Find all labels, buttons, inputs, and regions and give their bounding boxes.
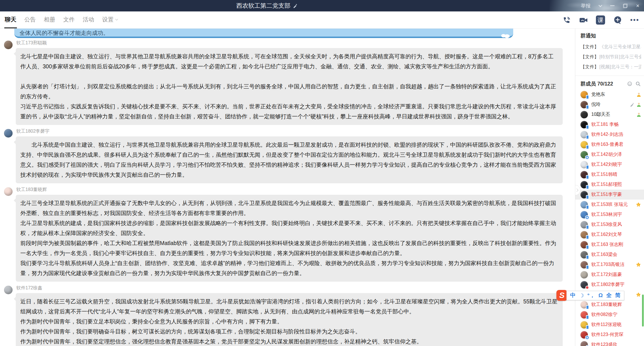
member-row[interactable]: 软工163 张志刚: [575, 240, 644, 250]
member-row[interactable]: 软工172刘嘉豪: [575, 270, 644, 280]
member-row[interactable]: 软工162刘文琴: [575, 230, 644, 240]
member-name: 党艳东: [591, 92, 605, 98]
restore-button[interactable]: [623, 4, 627, 8]
close-button[interactable]: ×: [636, 3, 639, 9]
sender-avatar[interactable]: [4, 129, 13, 138]
member-avatar: [580, 251, 588, 258]
message-paragraph: 北斗卫星导航系统的建成，是我们国家科技进步的缩影，是国家科技创新发展战略的一个有…: [20, 218, 558, 238]
member-row[interactable]: 软件082徐宁: [575, 310, 644, 320]
mobile-online-badge: [586, 145, 589, 149]
member-name: 软件163-曾勇君: [591, 142, 623, 148]
member-name: 软工181 李畅: [591, 122, 619, 128]
member-row[interactable]: 软件123-何赏琛: [575, 330, 644, 340]
message-paragraph: 作为新时代中国青年，我们要立足本职岗位，秉持全心全意为人民服务的宗旨，心中有方向…: [20, 317, 558, 327]
notice-item[interactable]: 【文件】[视频]北斗三号：一流...: [580, 62, 641, 72]
voice-call-icon[interactable]: [562, 16, 571, 25]
tab-活动[interactable]: 活动: [82, 11, 95, 28]
class-icon[interactable]: 课: [596, 15, 605, 25]
member-avatar: [580, 271, 588, 279]
notice-item[interactable]: 【文件】《北斗三号全球卫星导...: [580, 42, 641, 52]
member-row[interactable]: 软件123盛欣: [575, 340, 644, 346]
member-row-icons: [637, 112, 641, 117]
message-paragraph: 前段时间华为被美国制裁的事件，哈工大和哈工程被禁用Matlab软件，这都是美国为…: [20, 238, 558, 258]
member-row[interactable]: 10鄢天丕: [575, 110, 644, 120]
member-row[interactable]: 软工151李宇豪: [575, 190, 644, 200]
tab-label: 相册: [44, 16, 55, 23]
chat-message: 软工173邢聪颖北斗七星是中国自主建设、独立运行、与世界其他卫星导航系统兼容共用…: [0, 40, 575, 125]
member-row[interactable]: 软工183董晓辉: [575, 300, 644, 310]
scrollbar-thumb[interactable]: [642, 295, 644, 327]
collapse-top-icon[interactable]: ↖: [575, 29, 576, 35]
member-row[interactable]: 软工153班 张瑞元z: [575, 200, 644, 210]
tab-相册[interactable]: 相册: [43, 11, 56, 28]
mobile-online-badge: [586, 255, 589, 259]
member-row[interactable]: 软工1802李磬宇: [575, 280, 644, 290]
sender-name: 软工1802李磬宇: [16, 128, 575, 134]
ime-mode-中[interactable]: 中: [570, 292, 576, 299]
member-row[interactable]: 软工142刘晓宇: [575, 160, 644, 170]
member-row[interactable]: 倪玲: [575, 100, 644, 110]
sogou-logo-icon[interactable]: S: [556, 290, 567, 301]
edit-card-icon[interactable]: [630, 102, 635, 107]
sender-avatar[interactable]: [4, 187, 13, 196]
mobile-online-badge: [586, 265, 589, 269]
message-paragraph: 北斗七星是中国自主建设、独立运行、与世界其他卫星导航系统兼容共用的全球卫星导航系…: [20, 51, 558, 71]
tab-聊天[interactable]: 聊天: [4, 11, 17, 28]
sender-avatar[interactable]: [4, 41, 13, 49]
group-notice-section: 群通知 【文件】《北斗三号全球卫星导...【文件】[特别节目]北斗三号全...【…: [575, 29, 644, 72]
member-row[interactable]: 软工153徐亚风: [575, 220, 644, 230]
notice-item-label: 【文件】: [580, 64, 599, 70]
add-icon[interactable]: [613, 15, 623, 25]
sender-avatar[interactable]: [4, 286, 13, 294]
tab-label: 活动: [83, 16, 94, 23]
minimize-button[interactable]: [610, 5, 615, 6]
tab-文件[interactable]: 文件: [63, 11, 75, 28]
sender-name: 软工173邢聪颖: [16, 40, 575, 46]
member-name: 软件142-刘志浩: [591, 132, 623, 138]
chat-message: 软件172徐鑫近日，随着长征三号乙运载火箭升空，我国成功发射北斗系统第55颗导航…: [0, 285, 575, 346]
mobile-online-badge: [586, 165, 589, 169]
notice-title: 群通知: [580, 32, 641, 39]
search-icon[interactable]: [635, 81, 641, 86]
anonymous-chat-icon[interactable]: [627, 81, 632, 86]
message-paragraph: 作为新时代中国青年，我们要明确奋斗目标，树立可谋长远的方向，统筹谋划各项工作，合…: [20, 327, 558, 337]
member-row[interactable]: 软件142-刘志浩: [575, 130, 644, 140]
more-icon[interactable]: •••: [630, 16, 639, 24]
video-call-icon[interactable]: [579, 16, 588, 25]
tab-label: 聊天: [5, 16, 16, 23]
ime-mode-Ω[interactable]: Ω: [598, 292, 603, 299]
sender-name: 软工183董晓辉: [16, 187, 575, 193]
ime-mode-☽[interactable]: ☽: [579, 292, 584, 299]
member-row[interactable]: 软工163梁会: [575, 250, 644, 260]
notice-item[interactable]: 【文件】[特别节目]北斗三号全...: [580, 52, 641, 62]
report-button[interactable]: 举报: [581, 3, 590, 9]
member-row[interactable]: 软工142胡少泽: [575, 150, 644, 160]
ime-mode-°，[interactable]: °，: [587, 292, 595, 299]
member-row[interactable]: 软工1703高银洁z: [575, 260, 644, 270]
member-row[interactable]: 软工151郝瑾熙: [575, 180, 644, 190]
titlebar-dropdown-icon[interactable]: [598, 3, 602, 7]
member-avatar: [580, 321, 588, 329]
cloud-decoration-icon: [501, 33, 510, 37]
member-row[interactable]: 党艳东: [575, 90, 644, 100]
message-bubble: 北斗三号全球卫星导航系统的正式开通振奋了无数中华儿女的心，从无到有，从弱到强，北…: [16, 195, 563, 282]
mobile-online-badge: [586, 315, 589, 319]
ime-mode-全[interactable]: 全: [606, 292, 612, 299]
member-row[interactable]: 软件112张迎晓: [575, 320, 644, 330]
highlighted-message[interactable]: 全体人民的不懈奋斗才能走向成功。: [14, 29, 513, 38]
notice-item-label: 【文件】: [580, 54, 599, 60]
member-avatar: [580, 121, 588, 128]
tab-label: 公告: [24, 16, 36, 23]
member-name: 软工142胡少泽: [591, 152, 622, 158]
member-avatar: [580, 151, 588, 158]
tab-设置[interactable]: 设置: [102, 11, 118, 28]
member-name: 软工153班 张瑞元: [591, 202, 628, 208]
edit-title-icon[interactable]: [293, 3, 298, 8]
message-paragraph: 北斗系统是中国自主建设、独立运行，与世界其他卫星导航系统兼容共用的全球卫星导航系…: [20, 140, 558, 180]
member-row[interactable]: 软工153林润宇: [575, 210, 644, 220]
tab-公告[interactable]: 公告: [24, 11, 36, 28]
member-row[interactable]: 软件163-曾勇君: [575, 140, 644, 150]
ime-mode-简[interactable]: 简: [615, 292, 621, 299]
member-row[interactable]: 软工181 李畅: [575, 120, 644, 130]
member-row[interactable]: 软工151韩晴: [575, 170, 644, 180]
